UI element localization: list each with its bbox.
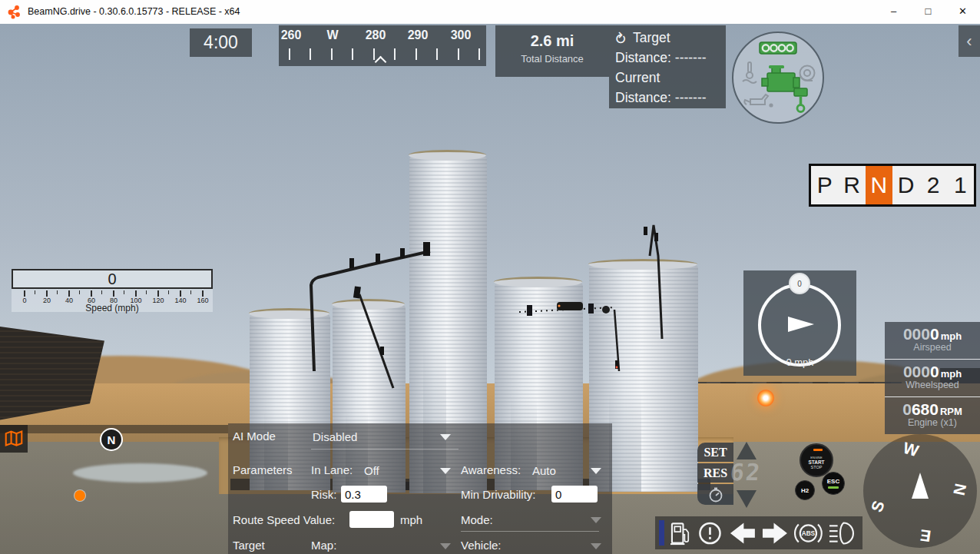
cruise-down-arrow[interactable] xyxy=(737,490,757,508)
window-title: BeamNG.drive - 0.30.6.0.15773 - RELEASE … xyxy=(28,6,240,17)
in-lane-label: In Lane: xyxy=(311,463,353,476)
map-row-label: Map: xyxy=(311,539,336,552)
maximize-button[interactable]: □ xyxy=(911,0,945,24)
minimize-button[interactable]: – xyxy=(876,0,911,24)
gear-n-selected: N xyxy=(866,166,892,204)
map-icon xyxy=(5,430,23,447)
gear-r: R xyxy=(838,166,865,204)
cruise-set-button[interactable]: SET xyxy=(697,443,733,462)
chevron-down-icon[interactable] xyxy=(591,517,601,523)
left-signal-arrow-icon xyxy=(729,522,756,545)
chevron-down-icon[interactable] xyxy=(591,543,601,549)
compass-rose: W N S E xyxy=(863,434,977,548)
route-speed-unit: mph xyxy=(400,513,422,526)
gear-2: 2 xyxy=(919,166,946,204)
svg-text:ABS: ABS xyxy=(802,530,816,537)
gear-p: P xyxy=(811,166,838,204)
close-button[interactable]: ✕ xyxy=(945,0,980,24)
beamng-window: BeamNG.drive - 0.30.6.0.15773 - RELEASE … xyxy=(0,0,980,554)
chevron-down-icon[interactable] xyxy=(591,468,601,474)
beamng-logo-icon xyxy=(7,5,22,19)
ignition-indicator xyxy=(813,449,823,451)
in-lane-dropdown[interactable]: Off xyxy=(364,464,379,477)
minimap-north-badge: N xyxy=(100,428,123,451)
dash-indicator-bar: ABS xyxy=(655,516,862,549)
minimap: N xyxy=(0,425,228,554)
gear-indicator: P R N D 2 1 xyxy=(809,164,976,207)
parking-brake-warning-icon xyxy=(697,520,723,546)
compass-needle xyxy=(912,473,929,499)
chevron-down-icon[interactable] xyxy=(440,543,451,549)
route-speed-input[interactable] xyxy=(349,511,394,528)
stop-word: STOP xyxy=(811,465,823,469)
compass-north: N xyxy=(949,482,970,497)
h2-button[interactable]: H2 xyxy=(795,480,815,500)
min-drivability-label: Min Drivability: xyxy=(461,488,536,501)
minimap-pond xyxy=(73,463,207,483)
map-button[interactable] xyxy=(0,425,28,453)
parameters-label: Parameters xyxy=(233,463,293,476)
chevron-down-icon[interactable] xyxy=(440,434,451,440)
compass-west: W xyxy=(901,439,921,461)
gear-1: 1 xyxy=(947,166,974,204)
cruise-up-arrow[interactable] xyxy=(737,442,757,459)
cruise-timer-button[interactable] xyxy=(697,484,733,505)
min-drivability-input[interactable] xyxy=(551,486,598,503)
game-viewport: 4:00 260 W 280 290 300 2.6 mi Total Dist… xyxy=(0,24,980,554)
player-marker xyxy=(74,490,85,501)
compass-south: S xyxy=(867,498,888,514)
cruise-speed-display: 62 xyxy=(727,459,765,486)
ai-control-panel: AI Mode Disabled Parameters In Lane: Off… xyxy=(228,423,612,554)
gear-d: D xyxy=(892,166,919,204)
fuel-icon xyxy=(670,520,691,546)
title-bar: BeamNG.drive - 0.30.6.0.15773 - RELEASE … xyxy=(0,0,980,24)
right-signal-arrow-icon xyxy=(762,522,789,545)
risk-input[interactable] xyxy=(341,486,387,503)
ai-mode-dropdown[interactable]: Disabled xyxy=(313,430,357,443)
route-speed-label: Route Speed Value: xyxy=(233,513,335,526)
esc-active-indicator xyxy=(828,486,839,489)
esc-label: ESC xyxy=(827,478,839,485)
mode-row-label: Mode: xyxy=(461,513,493,526)
compass-east: E xyxy=(919,526,932,546)
vehicle-row-label: Vehicle: xyxy=(461,539,502,552)
chevron-down-icon[interactable] xyxy=(440,468,451,474)
esc-button[interactable]: ESC xyxy=(822,472,845,495)
target-section-label: Target xyxy=(233,539,265,552)
awareness-label: Awareness: xyxy=(461,463,521,476)
headlight-icon xyxy=(829,521,859,546)
awareness-dropdown[interactable]: Auto xyxy=(532,464,556,477)
start-word: START xyxy=(808,459,824,465)
ai-mode-label: AI Mode xyxy=(233,430,276,443)
fuel-level-bar xyxy=(659,520,664,546)
risk-label: Risk: xyxy=(311,488,336,501)
abs-icon: ABS xyxy=(794,520,823,546)
stopwatch-icon xyxy=(708,487,723,503)
